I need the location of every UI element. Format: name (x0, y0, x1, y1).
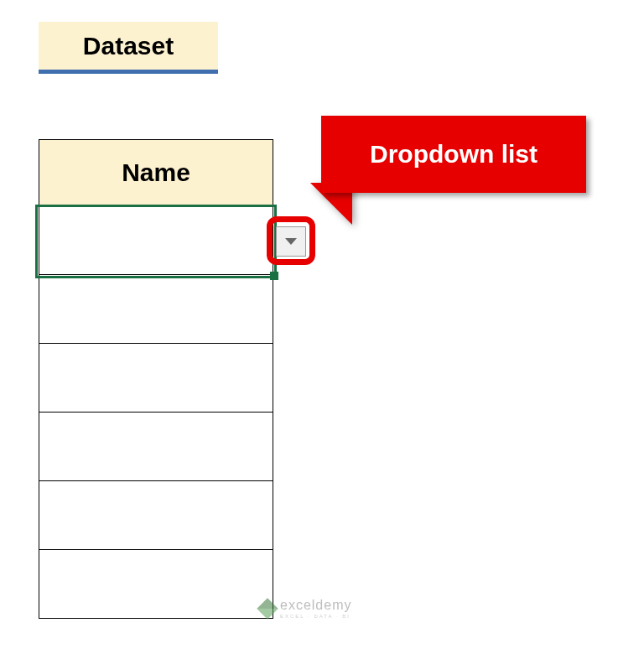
fill-handle[interactable] (270, 272, 278, 280)
table-row[interactable] (39, 344, 273, 413)
selected-cell-outline[interactable] (35, 205, 277, 278)
column-header-name[interactable]: Name (39, 139, 273, 206)
callout-label: Dropdown list (370, 140, 538, 169)
table-row[interactable] (39, 481, 273, 550)
watermark: exceldemy EXCEL · DATA · BI (260, 599, 351, 619)
watermark-brand: exceldemy (280, 599, 351, 612)
table-row[interactable] (39, 275, 273, 344)
table-row[interactable] (39, 413, 273, 481)
callout-box: Dropdown list (321, 116, 586, 193)
watermark-logo-icon (257, 598, 278, 619)
dataset-heading: Dataset (39, 22, 218, 74)
watermark-text: exceldemy EXCEL · DATA · BI (280, 599, 351, 619)
table-row[interactable] (39, 550, 273, 619)
watermark-tagline: EXCEL · DATA · BI (280, 614, 351, 619)
